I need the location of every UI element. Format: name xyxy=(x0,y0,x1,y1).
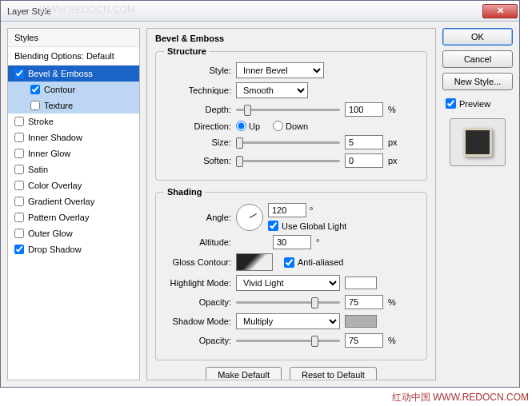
shadow-color-swatch[interactable] xyxy=(345,315,377,328)
close-icon: ✕ xyxy=(497,6,504,16)
styles-panel: Styles Blending Options: Default Bevel &… xyxy=(7,28,140,380)
watermark-top: WWW.REDOCN.COM xyxy=(39,4,135,15)
structure-legend: Structure xyxy=(164,46,210,56)
highlight-mode-label: Highlight Mode: xyxy=(164,278,231,288)
shadow-mode-select[interactable]: Multiply xyxy=(236,313,340,329)
style-drop-shadow[interactable]: Drop Shadow xyxy=(8,241,139,257)
opacity-unit2: % xyxy=(388,336,406,345)
style-inner-glow[interactable]: Inner Glow xyxy=(8,145,139,161)
right-column: OK Cancel New Style... Preview xyxy=(442,28,513,380)
style-inner-shadow[interactable]: Inner Shadow xyxy=(8,129,139,145)
highlight-opacity-slider[interactable] xyxy=(236,301,340,304)
style-check[interactable] xyxy=(30,85,40,94)
gloss-contour-swatch[interactable] xyxy=(236,253,273,271)
preview-thumb-inner xyxy=(463,128,492,157)
panel-title: Bevel & Emboss xyxy=(155,34,427,43)
shadow-mode-label: Shadow Mode: xyxy=(164,316,231,326)
style-label: Inner Glow xyxy=(28,149,70,158)
style-texture[interactable]: Texture xyxy=(8,98,139,113)
style-outer-glow[interactable]: Outer Glow xyxy=(8,225,139,241)
style-stroke[interactable]: Stroke xyxy=(8,113,139,129)
style-label: Bevel & Emboss xyxy=(28,69,93,78)
style-label: Texture xyxy=(44,101,73,110)
angle-unit: ° xyxy=(310,205,313,215)
reset-default-button[interactable]: Reset to Default xyxy=(290,367,377,380)
style-label: Pattern Overlay xyxy=(28,213,89,222)
depth-input[interactable] xyxy=(345,102,383,117)
layer-style-dialog: Layer Style ✕ WWW.REDOCN.COM Styles Blen… xyxy=(0,0,520,388)
style-check[interactable] xyxy=(14,197,24,206)
style-check[interactable] xyxy=(14,117,24,126)
size-slider[interactable] xyxy=(236,141,340,144)
size-input[interactable] xyxy=(345,135,383,149)
soften-slider[interactable] xyxy=(236,160,340,162)
close-button[interactable]: ✕ xyxy=(482,4,518,18)
angle-dial[interactable] xyxy=(236,204,263,231)
style-check[interactable] xyxy=(14,69,24,78)
direction-label: Direction: xyxy=(164,121,231,131)
styles-header[interactable]: Styles xyxy=(8,29,139,47)
highlight-mode-select[interactable]: Vivid Light xyxy=(236,275,340,291)
preview-check[interactable]: Preview xyxy=(446,98,513,109)
preview-thumb xyxy=(450,118,506,166)
depth-slider[interactable] xyxy=(236,109,340,111)
shadow-opacity-slider[interactable] xyxy=(236,340,340,342)
style-label: Inner Shadow xyxy=(28,133,82,142)
style-label: Style: xyxy=(164,66,231,75)
direction-up[interactable]: Up xyxy=(236,121,260,131)
dialog-body: Styles Blending Options: Default Bevel &… xyxy=(1,22,519,387)
style-label: Gradient Overlay xyxy=(28,197,94,206)
highlight-opacity-input[interactable] xyxy=(345,295,383,309)
soften-label: Soften: xyxy=(164,156,231,165)
style-check[interactable] xyxy=(14,181,24,190)
style-check[interactable] xyxy=(14,165,24,174)
altitude-input[interactable] xyxy=(273,235,311,249)
style-label: Contour xyxy=(44,85,75,94)
style-color-overlay[interactable]: Color Overlay xyxy=(8,177,139,193)
shadow-opacity-input[interactable] xyxy=(345,333,383,348)
cancel-button[interactable]: Cancel xyxy=(442,50,513,68)
size-unit: px xyxy=(388,137,406,147)
style-satin[interactable]: Satin xyxy=(8,161,139,177)
highlight-opacity-label: Opacity: xyxy=(164,297,231,307)
style-check[interactable] xyxy=(14,245,24,254)
highlight-color-swatch[interactable] xyxy=(345,277,377,289)
technique-label: Technique: xyxy=(164,86,231,95)
technique-select[interactable]: Smooth xyxy=(236,82,308,98)
style-bevel-emboss[interactable]: Bevel & Emboss xyxy=(8,66,139,82)
altitude-unit: ° xyxy=(316,237,319,247)
global-light-check[interactable]: Use Global Light xyxy=(268,221,346,231)
direction-down[interactable]: Down xyxy=(273,121,308,131)
soften-input[interactable] xyxy=(345,153,383,168)
style-label: Color Overlay xyxy=(28,181,82,190)
make-default-button[interactable]: Make Default xyxy=(206,367,282,380)
style-gradient-overlay[interactable]: Gradient Overlay xyxy=(8,193,139,209)
style-label: Outer Glow xyxy=(28,229,73,238)
style-check[interactable] xyxy=(14,149,24,158)
shading-legend: Shading xyxy=(164,187,205,197)
ok-button[interactable]: OK xyxy=(442,28,513,46)
style-label: Satin xyxy=(28,165,48,174)
soften-unit: px xyxy=(388,156,406,165)
shading-group: Shading Angle: ° Use Global Light Altitu… xyxy=(155,187,427,360)
style-contour[interactable]: Contour xyxy=(8,82,139,98)
style-check[interactable] xyxy=(14,133,24,142)
style-pattern-overlay[interactable]: Pattern Overlay xyxy=(8,209,139,225)
watermark-bottom: 红动中国 WWW.REDOCN.COM xyxy=(392,391,529,404)
style-check[interactable] xyxy=(30,101,40,110)
shadow-opacity-label: Opacity: xyxy=(164,336,231,345)
size-label: Size: xyxy=(164,137,231,147)
blending-options-row[interactable]: Blending Options: Default xyxy=(8,47,139,66)
angle-input[interactable] xyxy=(268,203,306,217)
style-check[interactable] xyxy=(14,213,24,222)
anti-aliased-check[interactable]: Anti-aliased xyxy=(284,257,343,268)
depth-label: Depth: xyxy=(164,105,231,114)
structure-group: Structure Style: Inner Bevel Technique: … xyxy=(155,46,427,181)
depth-unit: % xyxy=(388,105,406,114)
style-label: Drop Shadow xyxy=(28,245,82,254)
style-select[interactable]: Inner Bevel xyxy=(236,62,324,78)
style-label: Stroke xyxy=(28,117,54,126)
style-check[interactable] xyxy=(14,229,24,238)
new-style-button[interactable]: New Style... xyxy=(442,73,513,90)
settings-panel: Bevel & Emboss Structure Style: Inner Be… xyxy=(146,28,436,380)
